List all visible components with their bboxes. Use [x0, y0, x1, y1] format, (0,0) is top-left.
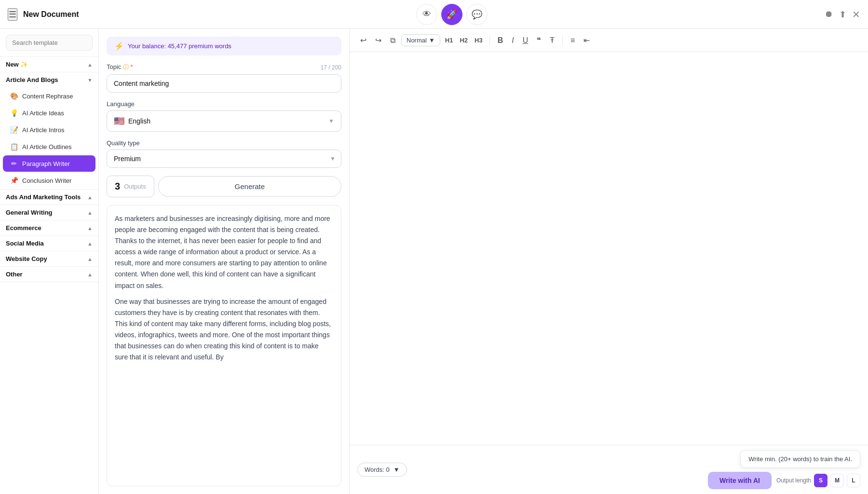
generate-button[interactable]: Generate	[158, 176, 341, 197]
align-button[interactable]: ≡	[568, 34, 578, 47]
section-ads-marketing-label: Ads And Marketing Tools	[6, 193, 81, 201]
outputs-box[interactable]: 3 Outputs	[107, 176, 154, 197]
section-other-header[interactable]: Other ▲	[0, 267, 98, 282]
content-panel: ⚡ Your balance: 45,477 premium words Top…	[99, 29, 350, 494]
conclusion-writer-icon: 📌	[10, 176, 18, 185]
undo-icon: ↩	[360, 36, 366, 44]
section-general-writing: General Writing ▲	[0, 205, 98, 220]
ai-article-ideas-label: AI Article Ideas	[22, 110, 64, 117]
section-ads-marketing: Ads And Marketing Tools ▲	[0, 190, 98, 205]
quality-select[interactable]: Premium Standard	[107, 150, 341, 168]
document-title: New Document	[23, 10, 79, 19]
topic-label: Topic ⓘ *	[107, 63, 133, 71]
balance-text: Your balance: 45,477 premium words	[128, 42, 231, 50]
output-text-paragraph: As marketers and businesses are increasi…	[115, 213, 333, 291]
upload-icon-button[interactable]: ⬆	[839, 9, 846, 20]
paragraph-writer-icon: ✏	[10, 159, 18, 168]
language-value: English	[128, 117, 325, 125]
sidebar-item-paragraph-writer[interactable]: ✏ Paragraph Writer	[3, 155, 95, 172]
section-website-copy-chevron-icon: ▲	[87, 256, 93, 262]
close-icon-button[interactable]: ✕	[852, 9, 860, 20]
language-selector[interactable]: 🇺🇸 English ▼	[107, 110, 341, 132]
indent-button[interactable]: ⇤	[581, 34, 593, 47]
chat-button[interactable]: 💬	[466, 4, 488, 25]
balance-bar: ⚡ Your balance: 45,477 premium words	[107, 37, 341, 55]
section-ecommerce-header[interactable]: Ecommerce ▲	[0, 220, 98, 235]
eye-icon: 👁	[422, 9, 431, 19]
play-icon-button[interactable]: ⏺	[825, 9, 833, 19]
italic-button[interactable]: I	[509, 34, 516, 47]
ai-article-outlines-icon: 📋	[10, 142, 18, 151]
section-social-media: Social Media ▲	[0, 236, 98, 251]
toolbar-separator-2	[562, 36, 563, 45]
ai-bottom-row: Write with AI Output length S M L	[708, 472, 860, 489]
section-general-writing-label: General Writing	[6, 209, 53, 216]
rocket-button[interactable]: 🚀	[441, 4, 462, 25]
length-s-button[interactable]: S	[814, 474, 827, 487]
output-text-paragraph-2: One way that businesses are trying to in…	[115, 296, 333, 363]
length-l-button[interactable]: L	[847, 474, 860, 487]
format-button[interactable]: Ŧ	[547, 34, 557, 47]
section-new-header[interactable]: New ✨ ▲	[0, 57, 98, 72]
editor-bottom-bar: Words: 0 ▼ Write min. (20+ words) to tra…	[350, 445, 868, 494]
heading-h2[interactable]: H2	[458, 36, 470, 45]
language-label: Language	[107, 100, 135, 108]
style-dropdown[interactable]: Normal ▼	[401, 34, 440, 46]
write-ai-button[interactable]: Write with AI	[708, 472, 772, 489]
generate-row: 3 Outputs Generate	[107, 176, 341, 197]
words-counter[interactable]: Words: 0 ▼	[357, 463, 407, 477]
quality-label: Quality type	[107, 139, 140, 147]
redo-button[interactable]: ↪	[372, 34, 384, 47]
section-general-writing-header[interactable]: General Writing ▲	[0, 205, 98, 220]
redo-icon: ↪	[375, 36, 381, 44]
section-general-writing-chevron-icon: ▲	[87, 210, 93, 216]
hamburger-menu-icon[interactable]: ☰	[8, 8, 17, 21]
editor-content-area[interactable]	[350, 52, 868, 445]
undo-button[interactable]: ↩	[357, 34, 369, 47]
section-social-media-chevron-icon: ▲	[87, 241, 93, 247]
section-ads-marketing-header[interactable]: Ads And Marketing Tools ▲	[0, 190, 98, 205]
section-new-chevron-icon: ▲	[87, 62, 93, 68]
heading-h3[interactable]: H3	[473, 36, 485, 45]
balance-icon: ⚡	[114, 41, 124, 51]
section-other: Other ▲	[0, 267, 98, 282]
section-ads-marketing-chevron-icon: ▲	[87, 194, 93, 200]
section-other-chevron-icon: ▲	[87, 272, 93, 277]
section-new: New ✨ ▲	[0, 57, 98, 72]
toolbar-separator	[489, 36, 490, 45]
search-box	[0, 29, 98, 57]
sidebar-item-ai-article-outlines[interactable]: 📋 AI Article Outlines	[3, 138, 95, 155]
blockquote-icon: ❝	[537, 36, 541, 44]
sidebar-item-ai-article-ideas[interactable]: 💡 AI Article Ideas	[3, 105, 95, 121]
sidebar-item-ai-article-intros[interactable]: 📝 AI Article Intros	[3, 122, 95, 138]
sidebar: New ✨ ▲ Article And Blogs ▼ 🎨 Content Re…	[0, 29, 99, 494]
length-m-button[interactable]: M	[830, 474, 844, 487]
blockquote-button[interactable]: ❝	[534, 34, 544, 47]
style-dropdown-chevron-icon: ▼	[429, 37, 435, 44]
search-input[interactable]	[6, 35, 93, 51]
language-chevron-icon: ▼	[328, 118, 334, 124]
sidebar-item-content-rephrase[interactable]: 🎨 Content Rephrase	[3, 88, 95, 104]
copy-button[interactable]: ⧉	[387, 34, 398, 47]
topic-input[interactable]	[107, 74, 341, 93]
style-label: Normal	[407, 37, 427, 44]
align-icon: ≡	[570, 36, 575, 44]
heading-h1[interactable]: H1	[443, 36, 455, 45]
format-icon: Ŧ	[550, 36, 555, 44]
header-left: ☰ New Document	[8, 8, 79, 21]
section-article-blogs-items: 🎨 Content Rephrase 💡 AI Article Ideas 📝 …	[0, 88, 98, 189]
language-flag: 🇺🇸	[114, 116, 124, 126]
sidebar-item-conclusion-writer[interactable]: 📌 Conclusion Writer	[3, 172, 95, 189]
section-social-media-header[interactable]: Social Media ▲	[0, 236, 98, 251]
bold-button[interactable]: B	[495, 34, 506, 47]
words-chevron-icon: ▼	[393, 466, 400, 473]
ai-tooltip: Write min. (20+ words) to train the AI.	[740, 450, 860, 468]
section-ecommerce-label: Ecommerce	[6, 224, 41, 232]
section-article-blogs-header[interactable]: Article And Blogs ▼	[0, 72, 98, 87]
indent-icon: ⇤	[583, 36, 590, 44]
eye-button[interactable]: 👁	[416, 4, 437, 25]
underline-button[interactable]: U	[520, 34, 531, 47]
close-icon: ✕	[852, 9, 860, 20]
section-website-copy-header[interactable]: Website Copy ▲	[0, 251, 98, 266]
section-ecommerce: Ecommerce ▲	[0, 220, 98, 236]
